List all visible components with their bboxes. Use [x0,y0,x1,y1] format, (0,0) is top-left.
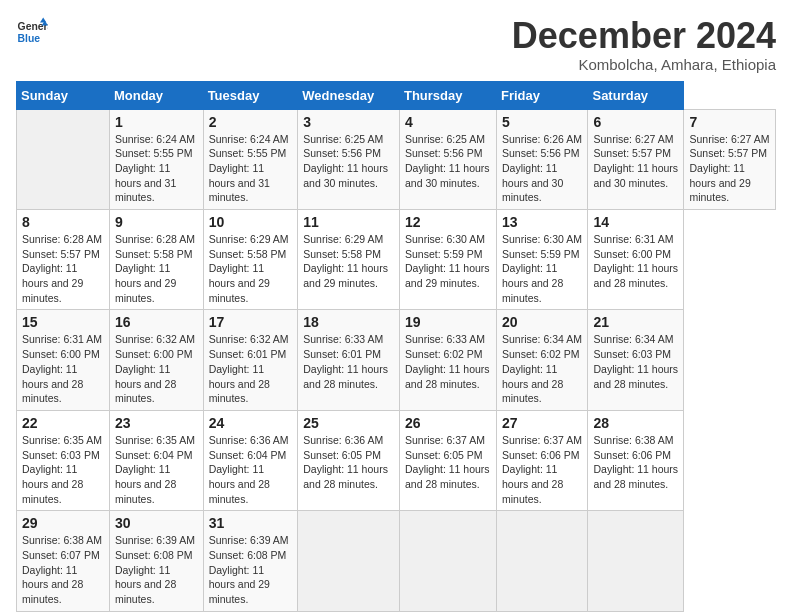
day-info: Sunrise: 6:39 AM Sunset: 6:08 PM Dayligh… [115,533,198,606]
day-cell: 5Sunrise: 6:26 AM Sunset: 5:56 PM Daylig… [496,109,587,209]
day-info: Sunrise: 6:24 AM Sunset: 5:55 PM Dayligh… [209,132,293,205]
logo: General Blue [16,16,48,48]
day-cell: 27Sunrise: 6:37 AM Sunset: 6:06 PM Dayli… [496,410,587,510]
day-cell: 30Sunrise: 6:39 AM Sunset: 6:08 PM Dayli… [109,511,203,611]
day-info: Sunrise: 6:35 AM Sunset: 6:03 PM Dayligh… [22,433,104,506]
day-info: Sunrise: 6:33 AM Sunset: 6:01 PM Dayligh… [303,332,394,391]
day-cell: 19Sunrise: 6:33 AM Sunset: 6:02 PM Dayli… [399,310,496,410]
calendar-table: SundayMondayTuesdayWednesdayThursdayFrid… [16,81,776,612]
day-number: 19 [405,314,491,330]
day-number: 13 [502,214,582,230]
day-number: 17 [209,314,293,330]
day-number: 4 [405,114,491,130]
day-cell: 15Sunrise: 6:31 AM Sunset: 6:00 PM Dayli… [17,310,110,410]
day-info: Sunrise: 6:36 AM Sunset: 6:04 PM Dayligh… [209,433,293,506]
day-cell: 31Sunrise: 6:39 AM Sunset: 6:08 PM Dayli… [203,511,298,611]
day-info: Sunrise: 6:29 AM Sunset: 5:58 PM Dayligh… [209,232,293,305]
week-row-0: 1Sunrise: 6:24 AM Sunset: 5:55 PM Daylig… [17,109,776,209]
header-friday: Friday [496,81,587,109]
header-wednesday: Wednesday [298,81,400,109]
day-info: Sunrise: 6:29 AM Sunset: 5:58 PM Dayligh… [303,232,394,291]
day-cell [496,511,587,611]
day-number: 23 [115,415,198,431]
day-cell: 14Sunrise: 6:31 AM Sunset: 6:00 PM Dayli… [588,210,684,310]
day-cell: 3Sunrise: 6:25 AM Sunset: 5:56 PM Daylig… [298,109,400,209]
day-info: Sunrise: 6:30 AM Sunset: 5:59 PM Dayligh… [405,232,491,291]
week-row-1: 8Sunrise: 6:28 AM Sunset: 5:57 PM Daylig… [17,210,776,310]
day-cell: 20Sunrise: 6:34 AM Sunset: 6:02 PM Dayli… [496,310,587,410]
day-cell: 13Sunrise: 6:30 AM Sunset: 5:59 PM Dayli… [496,210,587,310]
day-info: Sunrise: 6:32 AM Sunset: 6:00 PM Dayligh… [115,332,198,405]
week-row-2: 15Sunrise: 6:31 AM Sunset: 6:00 PM Dayli… [17,310,776,410]
day-info: Sunrise: 6:30 AM Sunset: 5:59 PM Dayligh… [502,232,582,305]
day-info: Sunrise: 6:27 AM Sunset: 5:57 PM Dayligh… [689,132,770,205]
day-info: Sunrise: 6:37 AM Sunset: 6:05 PM Dayligh… [405,433,491,492]
day-cell: 7Sunrise: 6:27 AM Sunset: 5:57 PM Daylig… [684,109,776,209]
day-info: Sunrise: 6:32 AM Sunset: 6:01 PM Dayligh… [209,332,293,405]
day-info: Sunrise: 6:37 AM Sunset: 6:06 PM Dayligh… [502,433,582,506]
day-number: 6 [593,114,678,130]
day-cell: 8Sunrise: 6:28 AM Sunset: 5:57 PM Daylig… [17,210,110,310]
day-info: Sunrise: 6:36 AM Sunset: 6:05 PM Dayligh… [303,433,394,492]
day-number: 27 [502,415,582,431]
day-info: Sunrise: 6:27 AM Sunset: 5:57 PM Dayligh… [593,132,678,191]
svg-marker-2 [40,18,46,23]
day-number: 16 [115,314,198,330]
day-number: 28 [593,415,678,431]
day-number: 11 [303,214,394,230]
day-number: 9 [115,214,198,230]
day-info: Sunrise: 6:26 AM Sunset: 5:56 PM Dayligh… [502,132,582,205]
day-info: Sunrise: 6:25 AM Sunset: 5:56 PM Dayligh… [303,132,394,191]
day-cell: 12Sunrise: 6:30 AM Sunset: 5:59 PM Dayli… [399,210,496,310]
svg-text:Blue: Blue [18,33,41,44]
day-cell: 18Sunrise: 6:33 AM Sunset: 6:01 PM Dayli… [298,310,400,410]
header-sunday: Sunday [17,81,110,109]
day-cell: 6Sunrise: 6:27 AM Sunset: 5:57 PM Daylig… [588,109,684,209]
day-number: 7 [689,114,770,130]
day-cell [588,511,684,611]
day-number: 5 [502,114,582,130]
day-number: 21 [593,314,678,330]
day-number: 24 [209,415,293,431]
day-cell: 1Sunrise: 6:24 AM Sunset: 5:55 PM Daylig… [109,109,203,209]
day-info: Sunrise: 6:28 AM Sunset: 5:58 PM Dayligh… [115,232,198,305]
day-cell: 10Sunrise: 6:29 AM Sunset: 5:58 PM Dayli… [203,210,298,310]
location-subtitle: Kombolcha, Amhara, Ethiopia [512,56,776,73]
page-header: General Blue December 2024 Kombolcha, Am… [16,16,776,73]
day-number: 26 [405,415,491,431]
day-info: Sunrise: 6:38 AM Sunset: 6:07 PM Dayligh… [22,533,104,606]
header-tuesday: Tuesday [203,81,298,109]
day-number: 14 [593,214,678,230]
day-cell: 29Sunrise: 6:38 AM Sunset: 6:07 PM Dayli… [17,511,110,611]
title-block: December 2024 Kombolcha, Amhara, Ethiopi… [512,16,776,73]
day-info: Sunrise: 6:34 AM Sunset: 6:03 PM Dayligh… [593,332,678,391]
day-number: 25 [303,415,394,431]
day-info: Sunrise: 6:25 AM Sunset: 5:56 PM Dayligh… [405,132,491,191]
day-number: 3 [303,114,394,130]
day-cell: 9Sunrise: 6:28 AM Sunset: 5:58 PM Daylig… [109,210,203,310]
day-cell: 22Sunrise: 6:35 AM Sunset: 6:03 PM Dayli… [17,410,110,510]
day-info: Sunrise: 6:39 AM Sunset: 6:08 PM Dayligh… [209,533,293,606]
day-number: 20 [502,314,582,330]
month-title: December 2024 [512,16,776,56]
day-cell [298,511,400,611]
day-info: Sunrise: 6:38 AM Sunset: 6:06 PM Dayligh… [593,433,678,492]
day-cell: 4Sunrise: 6:25 AM Sunset: 5:56 PM Daylig… [399,109,496,209]
header-thursday: Thursday [399,81,496,109]
day-number: 31 [209,515,293,531]
header-saturday: Saturday [588,81,684,109]
day-cell: 17Sunrise: 6:32 AM Sunset: 6:01 PM Dayli… [203,310,298,410]
day-cell: 23Sunrise: 6:35 AM Sunset: 6:04 PM Dayli… [109,410,203,510]
day-number: 2 [209,114,293,130]
header-monday: Monday [109,81,203,109]
day-cell: 24Sunrise: 6:36 AM Sunset: 6:04 PM Dayli… [203,410,298,510]
day-number: 22 [22,415,104,431]
header-row: SundayMondayTuesdayWednesdayThursdayFrid… [17,81,776,109]
day-info: Sunrise: 6:35 AM Sunset: 6:04 PM Dayligh… [115,433,198,506]
day-number: 30 [115,515,198,531]
day-cell [399,511,496,611]
day-number: 1 [115,114,198,130]
day-cell: 21Sunrise: 6:34 AM Sunset: 6:03 PM Dayli… [588,310,684,410]
day-info: Sunrise: 6:24 AM Sunset: 5:55 PM Dayligh… [115,132,198,205]
day-number: 10 [209,214,293,230]
